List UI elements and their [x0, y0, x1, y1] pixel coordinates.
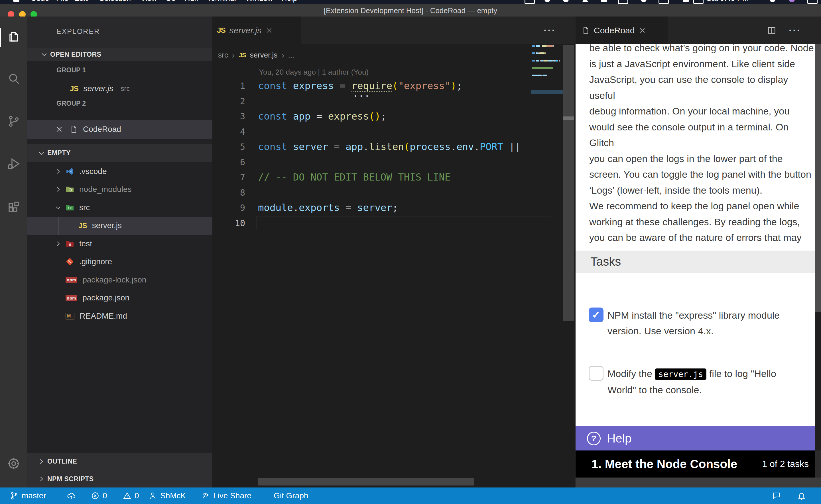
open-editors-header[interactable]: OPEN EDITORS — [27, 48, 213, 61]
siri-icon[interactable] — [789, 0, 795, 2]
tree-item-test[interactable]: test — [27, 235, 213, 253]
code-line-2[interactable]: 2 — [213, 94, 563, 109]
statusbar-warning[interactable]: 0 — [122, 487, 139, 504]
menu-item-go[interactable]: Go — [165, 0, 175, 4]
vscode-folder-icon — [66, 167, 74, 176]
split-editor-icon[interactable] — [767, 26, 776, 35]
code-line-3[interactable]: 3const app = express(); — [213, 109, 563, 124]
code-editor[interactable]: 1const express = require("express");23co… — [213, 78, 563, 231]
menu-item-window[interactable]: Window — [246, 0, 273, 4]
statusbar-notifications[interactable] — [797, 487, 806, 504]
settings-gear-icon[interactable] — [7, 457, 21, 470]
tree-item-server-js[interactable]: JSserver.js — [27, 217, 213, 235]
apple-menu-icon[interactable] — [13, 0, 19, 2]
line-number: 6 — [213, 157, 255, 167]
code-line-8[interactable]: 8 — [213, 185, 563, 200]
menubar-status-icon[interactable] — [524, 0, 535, 4]
window-titlebar[interactable]: [Extension Development Host] - CodeRoad … — [0, 4, 821, 17]
menubar-status-icon[interactable] — [683, 0, 689, 2]
explorer-sidebar: EXPLORER OPEN EDITORS GROUP 1JSserver.js… — [27, 17, 213, 487]
menu-item-selection[interactable]: Selection — [99, 0, 131, 4]
spotlight-icon[interactable] — [770, 0, 775, 2]
statusbar-git-branch[interactable]: master — [10, 487, 46, 504]
tree-item--gitignore[interactable]: .gitignore — [27, 253, 213, 271]
more-actions-icon[interactable]: ··· — [544, 25, 556, 36]
statusbar-git-graph[interactable]: Git Graph — [274, 487, 308, 504]
bell-icon — [797, 491, 806, 500]
breadcrumb[interactable]: src › JS server.js › ... — [218, 44, 295, 66]
lesson-footer[interactable]: 1. Meet the Node Console 1 of 2 tasks — [575, 450, 815, 478]
editor-horizontal-scrollbar[interactable] — [258, 478, 474, 485]
menu-item-code[interactable]: Code — [31, 0, 49, 4]
js-file-icon: JS — [217, 26, 226, 35]
line-number: 5 — [213, 142, 255, 152]
task-text: NPM install the "express" library module… — [607, 308, 807, 339]
search-icon[interactable] — [7, 72, 21, 85]
code-line-5[interactable]: 5const server = app.listen(process.env.P… — [213, 139, 563, 155]
tree-item-readme-md[interactable]: M↓README.md — [27, 307, 213, 325]
menubar-status-icon[interactable] — [601, 0, 607, 2]
code-line-10[interactable]: 10 — [213, 216, 563, 231]
code-line-4[interactable]: 4 — [213, 124, 563, 140]
statusbar-feedback[interactable] — [772, 487, 781, 504]
task-checkbox-checked[interactable]: ✓ — [589, 308, 603, 322]
menu-item-run[interactable]: Run — [184, 0, 199, 4]
extensions-icon[interactable] — [7, 201, 21, 214]
outline-section-header[interactable]: OUTLINE — [27, 453, 213, 470]
help-section[interactable]: ? Help — [575, 426, 815, 450]
tree-item-src[interactable]: src — [27, 198, 213, 217]
lesson-text-line: working at these challenges. By reading … — [589, 214, 815, 230]
menu-item-file[interactable]: File — [56, 0, 69, 4]
menubar-status-icon[interactable] — [659, 0, 669, 4]
breadcrumb-symbol[interactable]: ... — [288, 51, 295, 60]
menubar-clock[interactable]: Sat 9:45 PM — [706, 0, 749, 4]
control-center-icon[interactable] — [807, 0, 818, 4]
explorer-icon[interactable] — [7, 30, 21, 44]
chevron-right-icon — [55, 168, 62, 175]
editor-vertical-scrollbar[interactable] — [563, 45, 574, 321]
menubar-status-icon[interactable] — [693, 0, 704, 4]
source-control-icon[interactable] — [7, 114, 21, 128]
menu-item-terminal[interactable]: Terminal — [207, 0, 236, 4]
menubar-status-icon[interactable] — [563, 0, 569, 2]
code-line-1[interactable]: 1const express = require("express"); — [213, 78, 563, 94]
breadcrumb-separator: › — [232, 50, 235, 60]
folder-section-header[interactable]: EMPTY — [27, 144, 213, 162]
npm-scripts-section-header[interactable]: NPM SCRIPTS — [27, 470, 213, 487]
close-tab-icon[interactable] — [266, 27, 273, 34]
editor-actions[interactable]: ··· — [544, 17, 556, 44]
run-and-debug-icon[interactable] — [7, 157, 21, 171]
close-editor-icon[interactable] — [56, 126, 70, 133]
menu-item-help[interactable]: Help — [281, 0, 297, 4]
menu-item-view[interactable]: View — [140, 0, 157, 4]
js-file-icon: JS — [78, 221, 87, 230]
code-line-9[interactable]: 9module.exports = server; — [213, 200, 563, 216]
code-line-6[interactable]: 6 — [213, 155, 563, 170]
menubar-status-icon[interactable] — [641, 0, 647, 2]
menubar-status-icon[interactable] — [544, 0, 550, 2]
minimap[interactable] — [531, 45, 563, 96]
open-editor-row-coderoad[interactable]: CodeRoad — [27, 120, 213, 139]
line-number: 8 — [213, 188, 255, 198]
webview-scrollbar[interactable] — [815, 44, 821, 312]
statusbar-person[interactable]: ShMcK — [148, 487, 186, 504]
tree-item-node-modules[interactable]: node_modules — [27, 181, 213, 199]
tree-item-package-lock-json[interactable]: npmpackage-lock.json — [27, 271, 213, 289]
code-line-7[interactable]: 7// -- DO NOT EDIT BELOW THIS LINE — [213, 170, 563, 185]
statusbar-error[interactable]: 0 — [91, 487, 107, 504]
tab-server-js[interactable]: JS server.js — [213, 17, 301, 44]
statusbar-cloud-upload[interactable] — [67, 487, 76, 504]
menubar-status-icon[interactable] — [582, 0, 588, 2]
close-tab-icon[interactable] — [639, 27, 646, 34]
open-editor-row-server.js[interactable]: JSserver.jssrc — [27, 79, 213, 98]
tree-item-package-json[interactable]: npmpackage.json — [27, 289, 213, 307]
more-actions-icon[interactable]: ··· — [789, 25, 801, 36]
src-folder-icon — [66, 203, 74, 212]
statusbar-live-share[interactable]: Live Share — [201, 487, 252, 504]
breadcrumb-folder[interactable]: src — [218, 51, 228, 60]
task-checkbox-unchecked[interactable] — [589, 366, 603, 381]
menu-item-edit[interactable]: Edit — [74, 0, 88, 4]
tree-item--vscode[interactable]: .vscode — [27, 162, 213, 181]
breadcrumb-file[interactable]: server.js — [250, 51, 278, 60]
menubar-status-icon[interactable] — [618, 0, 628, 4]
